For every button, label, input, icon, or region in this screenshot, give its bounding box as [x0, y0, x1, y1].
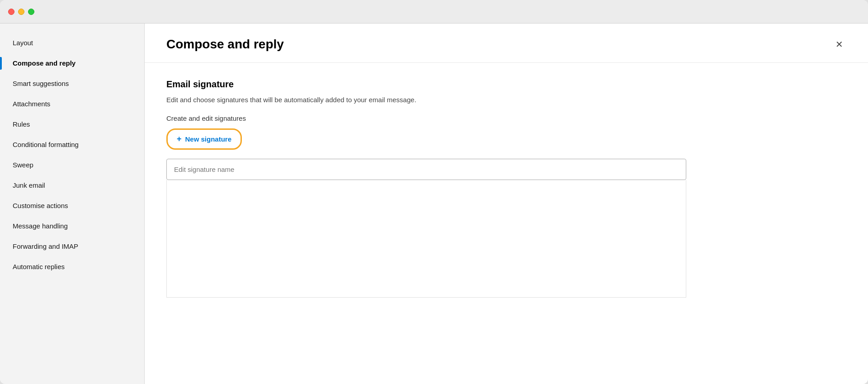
page-title: Compose and reply [166, 37, 284, 52]
sidebar-item-conditional-formatting-label: Conditional formatting [13, 141, 79, 148]
sidebar-item-automatic-replies[interactable]: Automatic replies [0, 256, 144, 277]
sidebar-item-smart-suggestions[interactable]: Smart suggestions [0, 73, 144, 94]
plus-icon: + [177, 134, 182, 144]
fullscreen-traffic-light[interactable] [28, 9, 34, 15]
sidebar-item-rules[interactable]: Rules [0, 114, 144, 134]
sidebar-item-customise-actions-label: Customise actions [13, 202, 68, 209]
sidebar-item-layout-label: Layout [13, 39, 33, 47]
new-signature-label: New signature [185, 135, 232, 143]
main-content: Compose and reply ✕ Email signature Edit… [145, 24, 868, 384]
sidebar-item-compose-and-reply-label: Compose and reply [13, 59, 75, 67]
sidebar-item-conditional-formatting[interactable]: Conditional formatting [0, 134, 144, 155]
section-title: Email signature [166, 79, 846, 90]
new-signature-button[interactable]: + New signature [166, 128, 242, 150]
close-button[interactable]: ✕ [832, 37, 846, 52]
sidebar-item-attachments[interactable]: Attachments [0, 94, 144, 114]
signature-name-field-wrapper [166, 159, 846, 180]
sidebar: Layout Compose and reply Smart suggestio… [0, 24, 145, 384]
main-header: Compose and reply ✕ [145, 24, 868, 63]
sidebar-item-sweep-label: Sweep [13, 161, 33, 169]
section-description: Edit and choose signatures that will be … [166, 96, 846, 104]
sidebar-item-customise-actions[interactable]: Customise actions [0, 195, 144, 216]
sidebar-item-attachments-label: Attachments [13, 100, 50, 108]
content-area: Email signature Edit and choose signatur… [145, 63, 868, 314]
sidebar-item-junk-email-label: Junk email [13, 181, 45, 189]
sidebar-item-message-handling-label: Message handling [13, 222, 68, 230]
sidebar-item-compose-and-reply[interactable]: Compose and reply [0, 53, 144, 73]
title-bar [0, 0, 868, 24]
close-icon: ✕ [835, 39, 843, 50]
sidebar-item-forwarding-and-imap[interactable]: Forwarding and IMAP [0, 236, 144, 256]
sidebar-item-smart-suggestions-label: Smart suggestions [13, 80, 69, 87]
sidebar-item-sweep[interactable]: Sweep [0, 155, 144, 175]
window-content: Layout Compose and reply Smart suggestio… [0, 24, 868, 384]
sidebar-item-rules-label: Rules [13, 120, 30, 128]
signature-name-input[interactable] [166, 159, 686, 180]
traffic-lights [8, 9, 34, 15]
close-traffic-light[interactable] [8, 9, 14, 15]
app-window: Layout Compose and reply Smart suggestio… [0, 0, 868, 384]
sidebar-item-layout[interactable]: Layout [0, 33, 144, 53]
minimize-traffic-light[interactable] [18, 9, 24, 15]
sidebar-item-automatic-replies-label: Automatic replies [13, 263, 65, 270]
subsection-label: Create and edit signatures [166, 114, 846, 122]
signature-body-editor[interactable] [166, 180, 686, 298]
sidebar-item-message-handling[interactable]: Message handling [0, 216, 144, 236]
sidebar-item-junk-email[interactable]: Junk email [0, 175, 144, 195]
sidebar-item-forwarding-and-imap-label: Forwarding and IMAP [13, 242, 78, 250]
